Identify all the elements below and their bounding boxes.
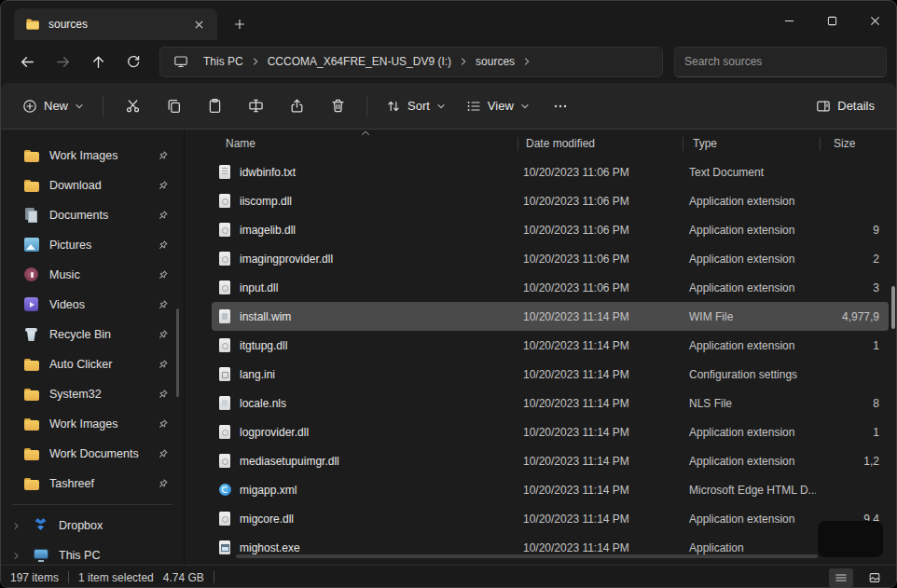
sidebar-item-label: Work Documents bbox=[49, 447, 147, 460]
tab-sources[interactable]: sources bbox=[14, 8, 217, 40]
back-button[interactable] bbox=[10, 46, 44, 77]
file-row[interactable]: lang.ini 10/20/2023 11:14 PM Configurati… bbox=[212, 360, 889, 389]
minimize-button[interactable] bbox=[767, 1, 810, 40]
sidebar-item-label: System32 bbox=[49, 388, 147, 401]
up-button[interactable] bbox=[81, 46, 115, 77]
file-date-modified: 10/20/2023 11:06 PM bbox=[516, 224, 680, 237]
column-header-type[interactable]: Type bbox=[683, 130, 820, 157]
chevron-right-icon[interactable] bbox=[251, 57, 260, 66]
search-input[interactable] bbox=[684, 55, 876, 68]
copy-button[interactable] bbox=[155, 90, 192, 122]
file-row[interactable]: mediasetupuimgr.dll 10/20/2023 11:14 PM … bbox=[212, 446, 889, 475]
maximize-button[interactable] bbox=[810, 1, 853, 40]
sidebar-item[interactable]: Work Images bbox=[5, 141, 180, 171]
file-row[interactable]: locale.nls 10/20/2023 11:14 PM NLS File … bbox=[212, 389, 889, 417]
chevron-right-icon[interactable] bbox=[522, 57, 531, 66]
sidebar-item[interactable]: Tashreef bbox=[5, 469, 180, 499]
file-date-modified: 10/20/2023 11:14 PM bbox=[516, 368, 680, 381]
file-row[interactable]: imagingprovider.dll 10/20/2023 11:06 PM … bbox=[212, 244, 889, 273]
column-header-name[interactable]: Name bbox=[213, 130, 518, 157]
share-button[interactable] bbox=[278, 90, 315, 122]
paste-button[interactable] bbox=[196, 90, 233, 122]
file-row[interactable]: itgtupg.dll 10/20/2023 11:14 PM Applicat… bbox=[212, 331, 889, 360]
chevron-down-icon bbox=[75, 102, 84, 111]
divider bbox=[366, 96, 367, 116]
sort-button[interactable]: Sort bbox=[378, 90, 454, 122]
tab-close-icon[interactable] bbox=[187, 13, 210, 35]
rename-button[interactable] bbox=[237, 90, 274, 122]
file-name: iiscomp.dll bbox=[240, 195, 516, 208]
sidebar-item[interactable]: Work Images bbox=[5, 409, 180, 439]
sidebar-tree-list: Dropbox This PC bbox=[1, 511, 184, 565]
new-button[interactable]: New bbox=[14, 90, 92, 122]
close-button[interactable] bbox=[853, 1, 896, 40]
forward-button[interactable] bbox=[46, 46, 79, 77]
file-type: WIM File bbox=[680, 310, 816, 323]
file-row[interactable]: install.wim 10/20/2023 11:14 PM WIM File… bbox=[212, 302, 889, 331]
details-label: Details bbox=[837, 99, 875, 113]
file-row[interactable]: migapp.xml 10/20/2023 11:14 PM Microsoft… bbox=[212, 475, 889, 504]
address-bar[interactable]: This PC CCCOMA_X64FRE_EN-US_DV9 (I:) sou… bbox=[159, 47, 663, 77]
details-button[interactable]: Details bbox=[807, 90, 883, 122]
new-tab-button[interactable] bbox=[228, 13, 251, 35]
file-row[interactable]: migcore.dll 10/20/2023 11:14 PM Applicat… bbox=[212, 504, 889, 533]
sidebar-item[interactable]: Videos bbox=[5, 290, 180, 320]
cut-button[interactable] bbox=[114, 90, 151, 122]
delete-button[interactable] bbox=[319, 90, 356, 122]
search-box bbox=[674, 47, 887, 77]
content-area: Work Images Download bbox=[1, 130, 896, 565]
sidebar-item[interactable]: Recycle Bin bbox=[5, 320, 180, 349]
file-row[interactable]: input.dll 10/20/2023 11:06 PM Applicatio… bbox=[212, 273, 889, 302]
sidebar-scrollbar[interactable] bbox=[176, 308, 179, 397]
folder-icon bbox=[25, 17, 40, 32]
file-size: 1,2 bbox=[816, 455, 889, 468]
file-type: Application extension bbox=[680, 195, 816, 208]
file-icon bbox=[218, 309, 232, 324]
file-icon bbox=[218, 454, 232, 469]
more-options-button[interactable] bbox=[542, 90, 579, 122]
horizontal-scrollbar[interactable] bbox=[236, 554, 818, 558]
sidebar-item-label: Work Images bbox=[49, 417, 147, 431]
file-type: Application extension bbox=[680, 224, 816, 237]
breadcrumb: This PC CCCOMA_X64FRE_EN-US_DV9 (I:) sou… bbox=[196, 51, 531, 72]
file-row[interactable]: logprovider.dll 10/20/2023 11:14 PM Appl… bbox=[212, 417, 889, 446]
file-name: imagingprovider.dll bbox=[240, 253, 516, 266]
sidebar-item[interactable]: Auto Clicker bbox=[5, 349, 180, 379]
pin-icon bbox=[157, 150, 169, 162]
sidebar-item[interactable]: Music bbox=[5, 260, 180, 290]
file-row[interactable]: iiscomp.dll 10/20/2023 11:06 PM Applicat… bbox=[212, 186, 889, 215]
pin-icon bbox=[157, 418, 169, 431]
sidebar-item[interactable]: Dropbox bbox=[5, 511, 180, 540]
selection-size: 4.74 GB bbox=[163, 571, 204, 584]
sidebar-item-icon bbox=[23, 417, 40, 431]
refresh-button[interactable] bbox=[117, 46, 150, 77]
view-button[interactable]: View bbox=[458, 90, 538, 122]
file-name: logprovider.dll bbox=[240, 426, 516, 439]
sidebar-item[interactable]: Work Documents bbox=[5, 439, 180, 469]
vertical-scrollbar-thumb[interactable] bbox=[891, 286, 895, 329]
column-header-size[interactable]: Size bbox=[821, 130, 896, 157]
file-size: 1 bbox=[816, 339, 889, 352]
breadcrumb-item[interactable]: sources bbox=[468, 51, 522, 72]
scrollbar-corner-overlay bbox=[818, 521, 883, 557]
chevron-right-icon[interactable] bbox=[12, 522, 23, 530]
breadcrumb-item[interactable]: This PC bbox=[196, 51, 251, 72]
file-date-modified: 10/20/2023 11:06 PM bbox=[516, 166, 680, 179]
chevron-right-icon[interactable] bbox=[459, 57, 468, 66]
sidebar-item[interactable]: System32 bbox=[5, 379, 180, 409]
file-row[interactable]: imagelib.dll 10/20/2023 11:06 PM Applica… bbox=[212, 215, 889, 244]
sidebar-item-icon bbox=[23, 327, 40, 342]
chevron-right-icon[interactable] bbox=[12, 552, 23, 560]
sort-label: Sort bbox=[407, 99, 430, 113]
sidebar-item[interactable]: Pictures bbox=[5, 230, 180, 260]
sidebar-item[interactable]: Download bbox=[5, 171, 180, 200]
sidebar-item[interactable]: This PC bbox=[5, 540, 180, 565]
file-icon bbox=[218, 280, 232, 295]
thumbnails-view-toggle[interactable] bbox=[862, 568, 887, 587]
breadcrumb-item[interactable]: CCCOMA_X64FRE_EN-US_DV9 (I:) bbox=[260, 51, 459, 72]
details-view-toggle[interactable] bbox=[829, 568, 853, 587]
column-header-date[interactable]: Date modified bbox=[518, 130, 683, 157]
sidebar-item[interactable]: Documents bbox=[5, 200, 180, 230]
pin-icon bbox=[157, 269, 169, 281]
file-row[interactable]: idwbinfo.txt 10/20/2023 11:06 PM Text Do… bbox=[212, 157, 889, 186]
